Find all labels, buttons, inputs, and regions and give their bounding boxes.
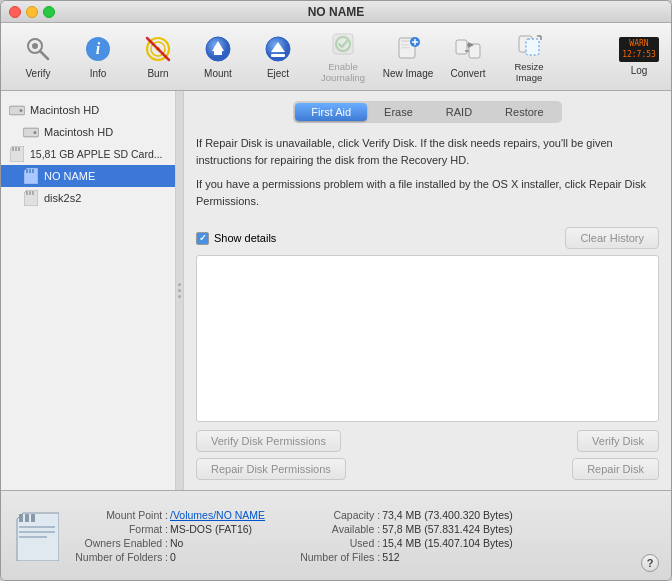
action-buttons: Verify Disk Permissions Verify Disk — [196, 430, 659, 452]
mount-button[interactable]: Mount — [189, 28, 247, 86]
repair-disk-permissions-button[interactable]: Repair Disk Permissions — [196, 458, 346, 480]
svg-rect-19 — [401, 44, 409, 46]
convert-button[interactable]: Convert — [439, 28, 497, 86]
svg-rect-50 — [19, 531, 55, 533]
tab-restore[interactable]: Restore — [489, 103, 560, 121]
enable-journaling-button[interactable]: Enable Journaling — [309, 28, 377, 86]
svg-rect-11 — [214, 51, 222, 55]
svg-rect-40 — [26, 169, 28, 173]
clear-history-button[interactable]: Clear History — [565, 227, 659, 249]
show-details-left: Show details — [196, 232, 276, 245]
bottom-disk-icon — [13, 512, 61, 560]
right-panel: First Aid Erase RAID Restore If Repair D… — [184, 91, 671, 490]
maximize-button[interactable] — [43, 6, 55, 18]
verify-disk-button[interactable]: Verify Disk — [577, 430, 659, 452]
sidebar-item-no-name[interactable]: NO NAME — [1, 165, 175, 187]
action-buttons-2: Repair Disk Permissions Repair Disk — [196, 458, 659, 480]
tab-erase[interactable]: Erase — [368, 103, 429, 121]
sidebar-item-macintosh-hd-group-label: Macintosh HD — [30, 104, 99, 116]
toolbar: Verify i Info Burn — [1, 23, 671, 91]
tab-raid[interactable]: RAID — [430, 103, 488, 121]
used-label: Used : — [285, 537, 380, 549]
svg-rect-37 — [12, 147, 14, 151]
svg-rect-48 — [31, 514, 35, 522]
enable-journaling-icon — [327, 30, 359, 58]
svg-rect-25 — [469, 44, 480, 58]
resize-handle[interactable] — [176, 91, 184, 490]
hd-group-icon — [9, 102, 25, 118]
svg-rect-46 — [19, 514, 23, 522]
verify-icon — [22, 33, 54, 65]
sidebar-item-macintosh-hd-sub[interactable]: Macintosh HD — [1, 121, 175, 143]
svg-rect-38 — [15, 147, 17, 151]
used-value: 15,4 MB (15.407.104 Bytes) — [382, 537, 513, 549]
folders-value: 0 — [170, 551, 176, 563]
mount-icon — [202, 33, 234, 65]
info-row-format: Format : MS-DOS (FAT16) — [73, 523, 265, 535]
owners-label: Owners Enabled : — [73, 537, 168, 549]
eject-label: Eject — [267, 68, 289, 80]
info-col-right: Capacity : 73,4 MB (73.400.320 Bytes) Av… — [285, 509, 513, 563]
new-image-label: New Image — [383, 68, 434, 80]
info-col-left: Mount Point : /Volumes/NO NAME Format : … — [73, 509, 265, 563]
eject-button[interactable]: Eject — [249, 28, 307, 86]
svg-rect-45 — [32, 191, 34, 195]
format-label: Format : — [73, 523, 168, 535]
tab-first-aid[interactable]: First Aid — [295, 103, 367, 121]
bottom-info: Mount Point : /Volumes/NO NAME Format : … — [73, 509, 629, 563]
resize-image-button[interactable]: Resize Image — [499, 28, 559, 86]
svg-rect-18 — [401, 40, 411, 42]
minimize-button[interactable] — [26, 6, 38, 18]
log-display: WARN 12:7:53 — [619, 37, 659, 62]
sidebar-item-disk2s2[interactable]: disk2s2 — [1, 187, 175, 209]
svg-rect-14 — [271, 54, 285, 57]
repair-disk-button[interactable]: Repair Disk — [572, 458, 659, 480]
available-value: 57,8 MB (57.831.424 Bytes) — [382, 523, 513, 535]
verify-label: Verify — [25, 68, 50, 80]
resize-image-icon — [513, 30, 545, 58]
svg-rect-44 — [29, 191, 31, 195]
verify-button[interactable]: Verify — [9, 28, 67, 86]
info-row-mount: Mount Point : /Volumes/NO NAME — [73, 509, 265, 521]
close-button[interactable] — [9, 6, 21, 18]
files-value: 512 — [382, 551, 400, 563]
log-button[interactable]: WARN 12:7:53 Log — [615, 28, 663, 86]
window-title: NO NAME — [308, 5, 365, 19]
new-image-icon — [392, 33, 424, 65]
folders-label: Number of Folders : — [73, 551, 168, 563]
titlebar: NO NAME — [1, 1, 671, 23]
svg-rect-20 — [401, 47, 410, 49]
firstaid-content: If Repair Disk is unavailable, click Ver… — [196, 135, 659, 217]
capacity-value: 73,4 MB (73.400.320 Bytes) — [382, 509, 513, 521]
svg-rect-28 — [526, 39, 539, 55]
burn-label: Burn — [147, 68, 168, 80]
main-window: NO NAME Verify i Info — [0, 0, 672, 581]
sidebar-item-macintosh-hd-sub-label: Macintosh HD — [44, 126, 113, 138]
files-label: Number of Files : — [285, 551, 380, 563]
show-details-checkbox[interactable] — [196, 232, 209, 245]
help-button[interactable]: ? — [641, 554, 659, 572]
capacity-label: Capacity : — [285, 509, 380, 521]
convert-label: Convert — [450, 68, 485, 80]
tabs-row: First Aid Erase RAID Restore — [196, 101, 659, 123]
info-row-files: Number of Files : 512 — [285, 551, 513, 563]
verify-disk-permissions-button[interactable]: Verify Disk Permissions — [196, 430, 341, 452]
mount-point-value[interactable]: /Volumes/NO NAME — [170, 509, 265, 521]
burn-button[interactable]: Burn — [129, 28, 187, 86]
mount-point-label: Mount Point : — [73, 509, 168, 521]
info-row-capacity: Capacity : 73,4 MB (73.400.320 Bytes) — [285, 509, 513, 521]
info-row-used: Used : 15,4 MB (15.407.104 Bytes) — [285, 537, 513, 549]
svg-rect-47 — [25, 514, 29, 522]
info-row-available: Available : 57,8 MB (57.831.424 Bytes) — [285, 523, 513, 535]
info-button[interactable]: i Info — [69, 28, 127, 86]
show-details-row: Show details Clear History — [196, 227, 659, 249]
new-image-button[interactable]: New Image — [379, 28, 437, 86]
svg-rect-51 — [19, 536, 47, 538]
eject-icon — [262, 33, 294, 65]
svg-text:i: i — [96, 40, 101, 57]
svg-rect-24 — [456, 40, 467, 54]
sidebar-item-macintosh-hd-group[interactable]: Macintosh HD — [1, 99, 175, 121]
sidebar-item-sd-card[interactable]: 15,81 GB APPLE SD Card... — [1, 143, 175, 165]
owners-value: No — [170, 537, 183, 549]
firstaid-para1: If Repair Disk is unavailable, click Ver… — [196, 135, 659, 168]
